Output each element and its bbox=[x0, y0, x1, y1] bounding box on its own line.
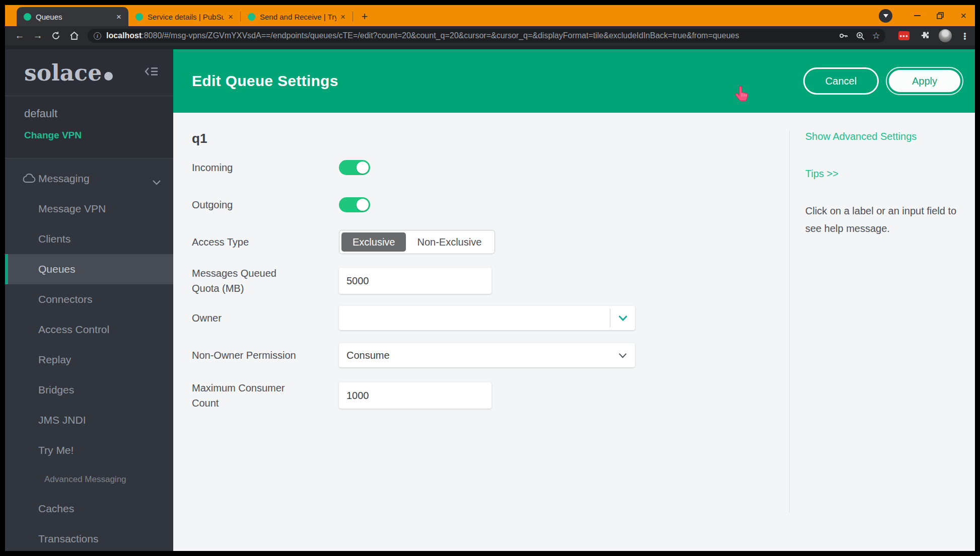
sidebar-item-queues[interactable]: Queues bbox=[5, 254, 173, 284]
browser-window: Queues × Service details | PubSub+ Cloud… bbox=[5, 5, 975, 551]
reload-icon[interactable] bbox=[48, 28, 63, 43]
zoom-icon[interactable] bbox=[856, 31, 865, 41]
outgoing-toggle[interactable] bbox=[339, 197, 370, 212]
sidebar-item-try-me[interactable]: Try Me! bbox=[5, 435, 173, 465]
sidebar-subsection-advanced-messaging: Advanced Messaging bbox=[5, 465, 173, 494]
tab-close-icon[interactable]: × bbox=[339, 13, 346, 21]
owner-select[interactable] bbox=[339, 306, 635, 330]
tab-separator bbox=[353, 12, 353, 22]
solace-logo: solace bbox=[24, 60, 113, 86]
row-incoming: Incoming bbox=[192, 154, 786, 181]
row-owner: Owner bbox=[192, 306, 786, 330]
row-quota: Messages Queued Quota (MB) 5000 bbox=[192, 266, 786, 296]
browser-update-badge[interactable] bbox=[879, 9, 892, 23]
minimize-button[interactable] bbox=[905, 5, 929, 26]
row-outgoing: Outgoing bbox=[192, 191, 786, 218]
address-bar[interactable]: i localhost:8080/#/msg-vpns/ZGVmYXVsdA==… bbox=[88, 29, 885, 43]
close-button[interactable]: × bbox=[952, 5, 975, 26]
sidebar: solace default Change VPN Messaging bbox=[5, 49, 173, 551]
back-icon[interactable]: ← bbox=[12, 28, 27, 43]
apply-button-ring: Apply bbox=[886, 67, 963, 95]
site-info-icon[interactable]: i bbox=[94, 32, 101, 40]
sidebar-item-access-control[interactable]: Access Control bbox=[5, 314, 173, 345]
home-icon[interactable] bbox=[66, 28, 82, 43]
sidebar-item-caches[interactable]: Caches bbox=[5, 494, 173, 524]
access-type-option-non-exclusive[interactable]: Non-Exclusive bbox=[406, 232, 493, 252]
tab-queues[interactable]: Queues × bbox=[17, 7, 128, 26]
browser-menu-icon[interactable]: ••• bbox=[960, 32, 970, 40]
extensions-puzzle-icon[interactable] bbox=[920, 31, 930, 41]
cloud-icon bbox=[22, 174, 36, 186]
max-consumer-label: Maximum Consumer Count bbox=[192, 380, 339, 411]
page-title: Edit Queue Settings bbox=[192, 72, 338, 90]
queue-name: q1 bbox=[192, 131, 786, 146]
show-advanced-settings-link[interactable]: Show Advanced Settings bbox=[805, 131, 917, 142]
sidebar-logo-row: solace bbox=[5, 49, 173, 96]
help-panel: Show Advanced Settings Tips >> Click on … bbox=[790, 131, 974, 551]
tab-favicon bbox=[24, 13, 31, 21]
tab-close-icon[interactable]: × bbox=[227, 13, 234, 21]
app-root: solace default Change VPN Messaging bbox=[5, 45, 975, 551]
logo-dot-icon bbox=[104, 72, 113, 81]
vpn-block: default Change VPN bbox=[5, 96, 173, 158]
incoming-label: Incoming bbox=[192, 160, 339, 175]
browser-titlebar: Queues × Service details | PubSub+ Cloud… bbox=[5, 5, 975, 26]
sidebar-item-connectors[interactable]: Connectors bbox=[5, 284, 173, 314]
access-type-segmented-control: Exclusive Non-Exclusive bbox=[339, 230, 495, 254]
queue-form: q1 Incoming Outgoing Access Type Exclusi… bbox=[192, 131, 786, 551]
max-consumer-input[interactable]: 1000 bbox=[339, 382, 492, 409]
access-type-label: Access Type bbox=[192, 234, 339, 250]
nav-section-label: Messaging bbox=[38, 173, 90, 185]
toggle-knob bbox=[357, 199, 369, 211]
tab-service-details[interactable]: Service details | PubSub+ Cloud × bbox=[128, 7, 240, 26]
window-controls: × bbox=[879, 5, 975, 26]
restore-button[interactable] bbox=[929, 5, 952, 26]
bookmark-star-icon[interactable]: ☆ bbox=[872, 30, 880, 41]
access-type-option-exclusive[interactable]: Exclusive bbox=[341, 232, 406, 252]
sidebar-item-replay[interactable]: Replay bbox=[5, 345, 173, 375]
cancel-button[interactable]: Cancel bbox=[803, 67, 879, 95]
quota-input[interactable]: 5000 bbox=[339, 268, 492, 294]
help-text: Click on a label or an input field to se… bbox=[805, 202, 974, 237]
tab-title: Service details | PubSub+ Cloud bbox=[148, 13, 224, 21]
sidebar-item-message-vpn[interactable]: Message VPN bbox=[5, 194, 173, 224]
extension-red-icon[interactable]: ●●● bbox=[898, 31, 909, 40]
incoming-toggle[interactable] bbox=[339, 160, 370, 175]
chevron-down-icon[interactable] bbox=[610, 309, 635, 327]
permission-value: Consume bbox=[346, 350, 390, 361]
sidebar-item-bridges[interactable]: Bridges bbox=[5, 375, 173, 405]
forward-icon[interactable]: → bbox=[30, 28, 45, 43]
change-vpn-link[interactable]: Change VPN bbox=[24, 130, 82, 141]
sidebar-item-clients[interactable]: Clients bbox=[5, 224, 173, 254]
browser-toolbar: ← → i localhost:8080/#/msg-vpns/ZGVmYXVs… bbox=[5, 26, 975, 45]
row-access-type: Access Type Exclusive Non-Exclusive bbox=[192, 228, 786, 256]
profile-avatar[interactable] bbox=[939, 29, 952, 42]
sidebar-item-jms-jndi[interactable]: JMS JNDI bbox=[5, 405, 173, 435]
url-text: localhost:8080/#/msg-vpns/ZGVmYXVsdA==/e… bbox=[106, 31, 831, 40]
sidebar-nav: Messaging Message VPN Clients Queues Con… bbox=[5, 158, 173, 551]
sidebar-item-transactions[interactable]: Transactions bbox=[5, 524, 173, 551]
tab-title: Send and Receive | Try Me! bbox=[260, 13, 336, 21]
tab-favicon bbox=[135, 13, 143, 21]
quota-label: Messages Queued Quota (MB) bbox=[192, 266, 339, 296]
nav-section-messaging[interactable]: Messaging bbox=[5, 164, 173, 194]
owner-label: Owner bbox=[192, 310, 339, 326]
tips-link[interactable]: Tips >> bbox=[805, 168, 838, 180]
sidebar-collapse-icon[interactable] bbox=[144, 66, 159, 79]
password-key-icon[interactable] bbox=[838, 31, 849, 41]
mouse-cursor-icon bbox=[735, 86, 750, 106]
main-panel: Edit Queue Settings Cancel Apply q1 Inco bbox=[173, 49, 975, 551]
url-host: localhost bbox=[106, 31, 142, 40]
tab-send-receive[interactable]: Send and Receive | Try Me! × bbox=[241, 7, 353, 26]
apply-button[interactable]: Apply bbox=[889, 70, 960, 92]
chevron-down-icon bbox=[610, 343, 635, 367]
permission-select[interactable]: Consume bbox=[339, 343, 635, 367]
permission-label: Non-Owner Permission bbox=[192, 348, 339, 363]
outgoing-label: Outgoing bbox=[192, 197, 339, 212]
content-area: q1 Incoming Outgoing Access Type Exclusi… bbox=[173, 113, 975, 551]
new-tab-button[interactable]: + bbox=[357, 9, 372, 24]
tab-title: Queues bbox=[36, 13, 112, 21]
vpn-name: default bbox=[24, 107, 173, 120]
tab-close-icon[interactable]: × bbox=[115, 13, 122, 21]
url-path: :8080/#/msg-vpns/ZGVmYXVsdA==/endpoints/… bbox=[142, 31, 739, 40]
